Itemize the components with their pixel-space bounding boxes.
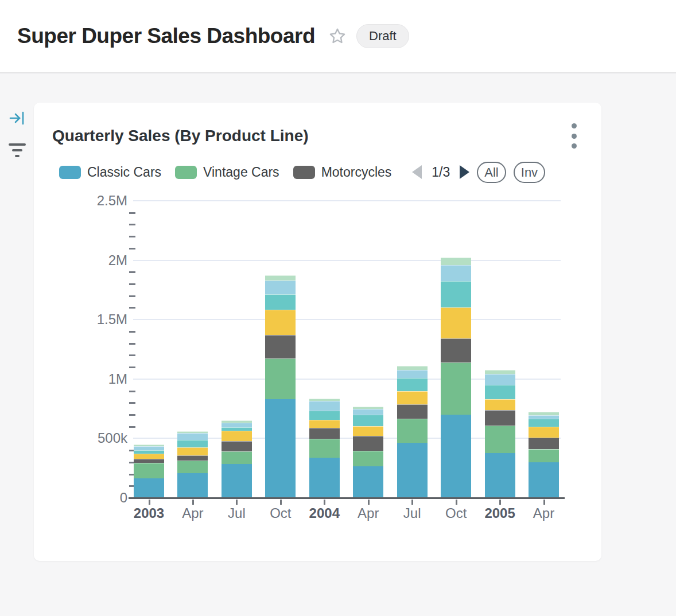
bar-segment-unlabeled-yellow — [441, 307, 471, 338]
x-axis-tick — [411, 500, 413, 505]
legend-item-vintage-cars[interactable]: Vintage Cars — [175, 165, 279, 180]
card-menu-kebab-icon[interactable] — [567, 123, 581, 149]
bar-segment-vintage-cars — [353, 451, 383, 467]
bar-segment-unlabeled-light-blue — [485, 374, 515, 385]
filter-icon[interactable] — [8, 141, 26, 159]
bar-segment-unlabeled-light-blue — [177, 433, 208, 440]
plot-area — [133, 201, 561, 498]
bar-segment-unlabeled-light-green — [397, 366, 428, 370]
legend-row: Classic CarsVintage CarsMotorcycles 1/3 … — [59, 161, 581, 183]
y-axis-tick-label: 2M — [38, 252, 127, 268]
legend-swatch — [59, 166, 81, 179]
page-title: Super Duper Sales Dashboard — [17, 24, 315, 48]
bar-segment-unlabeled-light-green — [265, 275, 296, 280]
bar-segment-unlabeled-teal — [309, 411, 340, 420]
bar-segment-motorcycles — [353, 436, 383, 451]
y-axis-tick-label: 1M — [38, 371, 127, 387]
status-badge: Draft — [356, 24, 409, 48]
bar-segment-unlabeled-light-blue — [353, 409, 383, 415]
stacked-bar-oct-3[interactable] — [265, 275, 296, 498]
favorite-star-icon[interactable] — [328, 26, 347, 46]
bar-segment-classic-cars — [485, 453, 515, 498]
bar-segment-motorcycles — [441, 338, 471, 362]
bar-segment-motorcycles — [309, 428, 340, 439]
legend-label: Motorcycles — [321, 165, 392, 180]
x-axis-tick — [280, 500, 282, 505]
legend-items: Classic CarsVintage CarsMotorcycles — [59, 165, 405, 180]
x-axis-tick-label: 2005 — [477, 505, 523, 521]
bar-segment-motorcycles — [134, 459, 164, 463]
bar-segment-unlabeled-teal — [485, 385, 515, 399]
bar-segment-vintage-cars — [441, 362, 471, 415]
chart-card: Quarterly Sales (By Product Line) Classi… — [34, 103, 601, 561]
gridline — [133, 319, 561, 320]
bar-segment-vintage-cars — [397, 419, 428, 443]
bar-segment-unlabeled-yellow — [222, 431, 252, 441]
bar-segment-classic-cars — [529, 462, 559, 498]
stacked-bar-jul-2[interactable] — [222, 420, 252, 498]
legend-item-classic-cars[interactable]: Classic Cars — [59, 165, 161, 180]
bar-segment-unlabeled-light-green — [441, 258, 471, 265]
legend-label: Vintage Cars — [203, 165, 279, 180]
x-axis-tick-label: Oct — [258, 505, 304, 521]
bar-segment-unlabeled-light-blue — [222, 423, 252, 427]
bar-segment-vintage-cars — [309, 439, 340, 458]
stacked-bar-oct-7[interactable] — [441, 258, 471, 498]
x-axis-tick-label: Oct — [433, 505, 479, 521]
legend-invert-button[interactable]: Inv — [514, 162, 545, 183]
app-header: Super Duper Sales Dashboard Draft — [0, 0, 676, 73]
bar-segment-vintage-cars — [222, 451, 252, 464]
legend-all-button[interactable]: All — [477, 162, 506, 183]
x-axis-tick-label: 2003 — [126, 505, 172, 521]
x-axis-tick-label: Apr — [170, 505, 216, 521]
bar-segment-unlabeled-yellow — [485, 399, 515, 410]
bar-segment-unlabeled-yellow — [265, 310, 296, 336]
bar-segment-vintage-cars — [485, 426, 515, 453]
x-axis-tick-label: Jul — [389, 505, 435, 521]
bar-segment-unlabeled-teal — [177, 440, 208, 447]
stacked-bar-jul-6[interactable] — [397, 366, 428, 498]
bar-segment-unlabeled-light-blue — [265, 280, 296, 294]
bar-segment-unlabeled-teal — [353, 415, 383, 427]
bar-segment-motorcycles — [529, 438, 559, 449]
bar-segment-unlabeled-teal — [265, 294, 296, 310]
legend-swatch — [175, 166, 197, 179]
y-axis-tick-label: 0 — [38, 490, 127, 506]
bar-segment-classic-cars — [353, 466, 383, 498]
stacked-bar-apr-9[interactable] — [529, 412, 559, 498]
x-axis-tick — [456, 500, 457, 505]
bar-segment-vintage-cars — [529, 449, 559, 462]
bar-segment-classic-cars — [397, 443, 428, 498]
x-axis-tick-label: 2004 — [301, 505, 347, 521]
legend-next-icon[interactable] — [460, 165, 469, 179]
bar-segment-unlabeled-light-blue — [441, 265, 471, 281]
bar-segment-motorcycles — [397, 404, 428, 419]
y-axis-tick-label: 2.5M — [38, 193, 127, 209]
stacked-bar-2003-0[interactable] — [134, 445, 164, 498]
collapse-panel-icon[interactable] — [8, 109, 26, 127]
y-axis-tick-label: 1.5M — [38, 311, 127, 328]
gridline — [133, 200, 561, 201]
legend-item-motorcycles[interactable]: Motorcycles — [293, 165, 392, 180]
bar-segment-vintage-cars — [134, 463, 164, 478]
x-axis-tick — [324, 500, 325, 505]
stacked-bar-2004-4[interactable] — [309, 399, 340, 498]
x-axis-tick — [192, 500, 194, 505]
bar-segment-unlabeled-light-blue — [397, 370, 428, 378]
bar-segment-unlabeled-teal — [397, 378, 428, 391]
bar-segment-unlabeled-yellow — [529, 427, 559, 438]
bar-segment-classic-cars — [177, 473, 208, 498]
bar-segment-classic-cars — [309, 458, 340, 498]
legend-prev-icon[interactable] — [412, 165, 422, 179]
gridline — [133, 260, 561, 261]
bar-segment-unlabeled-yellow — [134, 454, 164, 459]
bar-segment-classic-cars — [265, 399, 296, 498]
stacked-bar-apr-5[interactable] — [353, 407, 383, 498]
bar-segment-unlabeled-light-green — [485, 370, 515, 374]
stacked-bar-apr-1[interactable] — [177, 431, 208, 498]
legend-label: Classic Cars — [87, 165, 161, 180]
legend-page-indicator: 1/3 — [432, 165, 450, 180]
stacked-bar-2005-8[interactable] — [485, 370, 515, 498]
x-axis-tick-label: Jul — [213, 505, 259, 521]
bar-segment-unlabeled-yellow — [353, 426, 383, 436]
